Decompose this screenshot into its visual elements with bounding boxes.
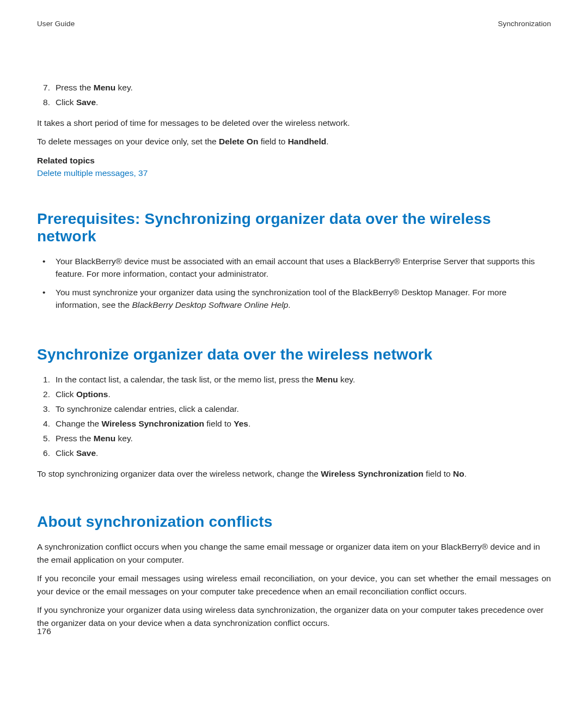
page-content: 7. Press the Menu key. 8. Click Save. It… — [37, 81, 551, 630]
step-text: Click Save. — [56, 98, 98, 107]
body-paragraph: If you synchronize your organizer data u… — [37, 604, 551, 630]
page: User Guide Synchronization 7. Press the … — [0, 0, 588, 706]
step-text: In the contact list, a calendar, the tas… — [56, 375, 355, 384]
list-item: 6. Click Save. — [37, 447, 551, 460]
section-heading-prerequisites: Prerequisites: Synchronizing organizer d… — [37, 210, 551, 245]
header-right: Synchronization — [498, 20, 551, 28]
header-left: User Guide — [37, 20, 75, 28]
list-item: 2. Click Options. — [37, 388, 551, 401]
list-item: 5. Press the Menu key. — [37, 432, 551, 445]
list-item: 3. To synchronize calendar entries, clic… — [37, 403, 551, 416]
list-item: 4. Change the Wireless Synchronization f… — [37, 417, 551, 430]
body-paragraph: To delete messages on your device only, … — [37, 135, 551, 148]
prereq-bullets: Your BlackBerry® device must be associat… — [37, 255, 551, 311]
sync-steps: 1. In the contact list, a calendar, the … — [37, 373, 551, 460]
step-text: To synchronize calendar entries, click a… — [56, 404, 239, 413]
step-number: 3. — [37, 403, 50, 416]
related-topic-link[interactable]: Delete multiple messages, 37 — [37, 167, 551, 180]
step-number: 4. — [37, 417, 50, 430]
related-topics-heading: Related topics — [37, 156, 551, 166]
list-item: 1. In the contact list, a calendar, the … — [37, 373, 551, 386]
step-number: 8. — [37, 96, 50, 109]
step-number: 6. — [37, 447, 50, 460]
list-item: Your BlackBerry® device must be associat… — [37, 255, 551, 281]
step-text: Press the Menu key. — [56, 434, 133, 443]
running-header: User Guide Synchronization — [37, 20, 551, 28]
list-item: You must synchronize your organizer data… — [37, 286, 551, 312]
step-text: Click Options. — [56, 389, 111, 399]
bullet-text: Your BlackBerry® device must be associat… — [56, 257, 535, 278]
step-text: Change the Wireless Synchronization fiel… — [56, 419, 250, 428]
section-heading-synchronize: Synchronize organizer data over the wire… — [37, 346, 551, 363]
body-paragraph: A synchronization conflict occurs when y… — [37, 540, 551, 567]
list-item: 8. Click Save. — [37, 96, 551, 109]
list-item: 7. Press the Menu key. — [37, 81, 551, 94]
body-paragraph: If you reconcile your email messages usi… — [37, 572, 551, 598]
page-number: 176 — [37, 626, 51, 636]
step-text: Press the Menu key. — [56, 83, 133, 92]
body-paragraph: It takes a short period of time for mess… — [37, 117, 551, 130]
step-number: 7. — [37, 81, 50, 94]
step-number: 2. — [37, 388, 50, 401]
step-text: Click Save. — [56, 448, 98, 458]
section-heading-conflicts: About synchronization conflicts — [37, 513, 551, 531]
body-paragraph: To stop synchronizing organizer data ove… — [37, 467, 551, 480]
intro-steps: 7. Press the Menu key. 8. Click Save. — [37, 81, 551, 109]
step-number: 5. — [37, 432, 50, 445]
bullet-text: You must synchronize your organizer data… — [56, 288, 506, 309]
step-number: 1. — [37, 373, 50, 386]
